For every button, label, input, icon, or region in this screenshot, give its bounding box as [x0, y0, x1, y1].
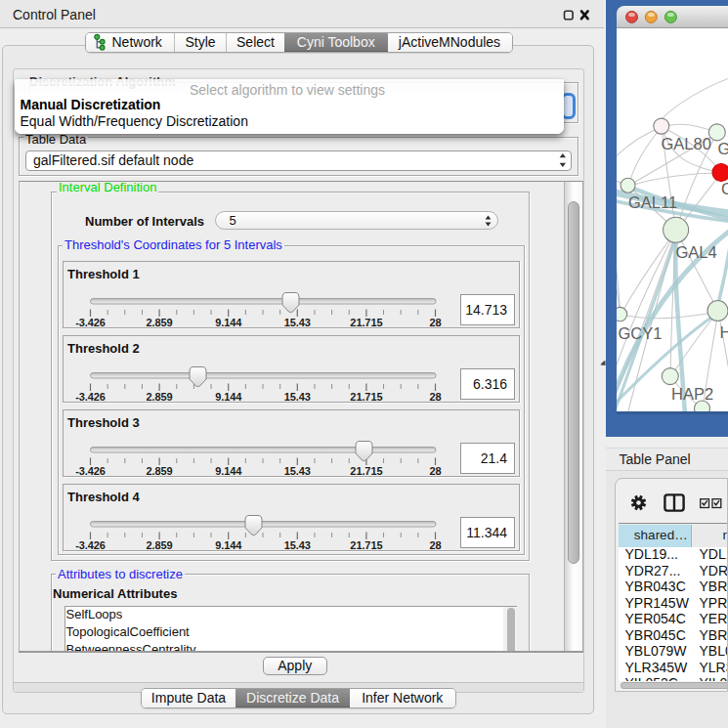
svg-text:HS: HS [719, 322, 728, 340]
svg-text:HAP2: HAP2 [671, 384, 713, 402]
svg-text:GAL4: GAL4 [675, 243, 716, 261]
svg-text:GCY1: GCY1 [618, 324, 662, 342]
svg-text:GAL80: GAL80 [661, 134, 710, 151]
svg-text:GAL: GAL [717, 139, 728, 156]
svg-text:GAL11: GAL11 [628, 193, 677, 211]
svg-text:CY: CY [721, 179, 728, 196]
